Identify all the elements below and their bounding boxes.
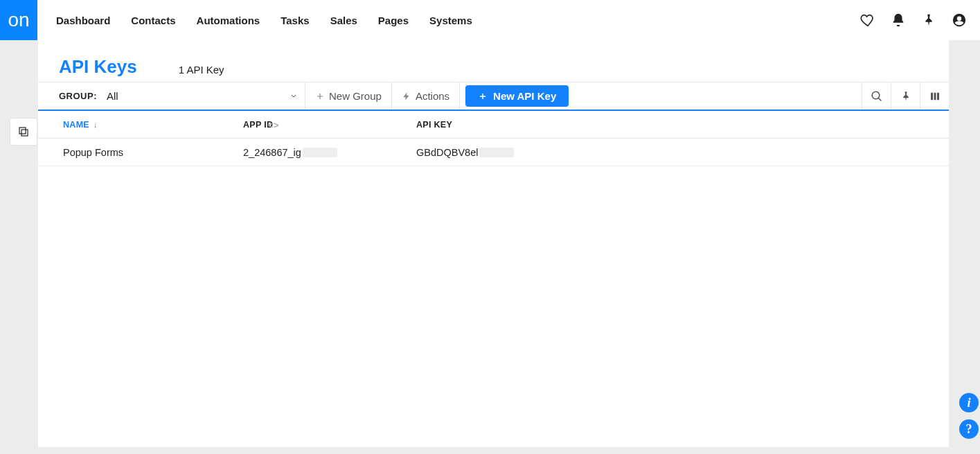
nav-dashboard[interactable]: Dashboard [46,0,121,40]
account-icon[interactable] [944,0,974,40]
cell-appid: 2_246867_ig [243,147,416,158]
bell-icon[interactable] [883,0,914,40]
nav-items: Dashboard Contacts Automations Tasks Sal… [46,0,483,40]
sort-asc-icon: ↓ [93,121,98,129]
help-float-button[interactable]: ? [959,419,979,439]
nav-automations[interactable]: Automations [186,0,271,40]
nav-sales[interactable]: Sales [320,0,368,40]
svg-rect-1 [21,130,28,136]
redacted-mask [479,148,514,157]
nav-label: Sales [330,15,357,26]
new-group-label: New Group [329,90,382,102]
actions-button[interactable]: Actions [392,82,459,110]
brand-logo[interactable]: on [0,0,37,40]
brand-logo-text: on [8,9,29,31]
page-title: API Keys [59,56,137,78]
divider [459,82,460,110]
title-row: API Keys 1 API Key [38,40,949,82]
info-float-button[interactable]: i [959,393,979,412]
actions-label: Actions [416,90,449,102]
group-label: GROUP: [59,82,97,110]
info-icon: i [967,396,970,410]
plus-icon [478,91,488,101]
pin-view-button[interactable] [891,82,920,110]
new-api-key-button[interactable]: New API Key [465,85,569,107]
table-header: NAME ↓ <> APP ID API KEY [38,111,949,139]
group-select[interactable]: All [97,82,305,110]
page-count: 1 API Key [179,64,224,78]
nav-tasks[interactable]: Tasks [270,0,319,40]
flash-icon [402,91,411,101]
nav-contacts[interactable]: Contacts [121,0,186,40]
search-icon [871,90,883,103]
nav-label: Pages [378,15,409,26]
cell-name-value: Popup Forms [63,147,123,158]
col-header-name-label: NAME [63,120,89,130]
cell-name: Popup Forms [63,147,243,158]
nav-pages[interactable]: Pages [368,0,419,40]
pin-icon[interactable] [914,0,944,40]
toolbar-right [862,82,949,110]
search-button[interactable] [862,82,891,110]
nav-label: Automations [197,15,260,26]
nav-label: Dashboard [56,15,110,26]
col-header-apikey-label: API KEY [416,120,452,130]
group-value: All [107,90,118,102]
nav-systems[interactable]: Systems [419,0,483,40]
nav-right [853,0,980,40]
cell-apikey: GBdDQBV8el [416,147,928,158]
toolbar-spacer [574,82,862,110]
nav-label: Tasks [280,15,309,26]
nav-label: Contacts [131,15,175,26]
col-header-apikey[interactable]: API KEY [416,120,928,130]
top-nav: on Dashboard Contacts Automations Tasks … [0,0,980,40]
redacted-mask [303,148,337,157]
svg-rect-0 [19,128,26,134]
columns-button[interactable] [920,82,949,110]
cell-appid-value: 2_246867_ig [243,147,301,158]
columns-icon [929,90,941,103]
col-header-name[interactable]: NAME ↓ [63,120,243,130]
stack-icon [17,125,30,138]
nav-label: Systems [429,15,472,26]
new-api-key-label: New API Key [493,90,556,102]
heart-icon[interactable] [853,0,883,40]
main-panel: API Keys 1 API Key GROUP: All New Group … [38,40,949,447]
help-icon: ? [966,422,972,437]
shelf-toggle[interactable] [10,118,37,146]
plus-icon [315,91,325,101]
cell-apikey-value: GBdDQBV8el [416,147,478,158]
column-resize-icon[interactable]: <> [268,119,279,130]
chevron-down-icon [289,90,298,102]
table-row[interactable]: Popup Forms 2_246867_ig GBdDQBV8el [38,139,949,166]
new-group-button[interactable]: New Group [305,82,391,110]
toolbar: GROUP: All New Group Actions New API Key [38,82,949,111]
pin-icon [900,90,912,103]
